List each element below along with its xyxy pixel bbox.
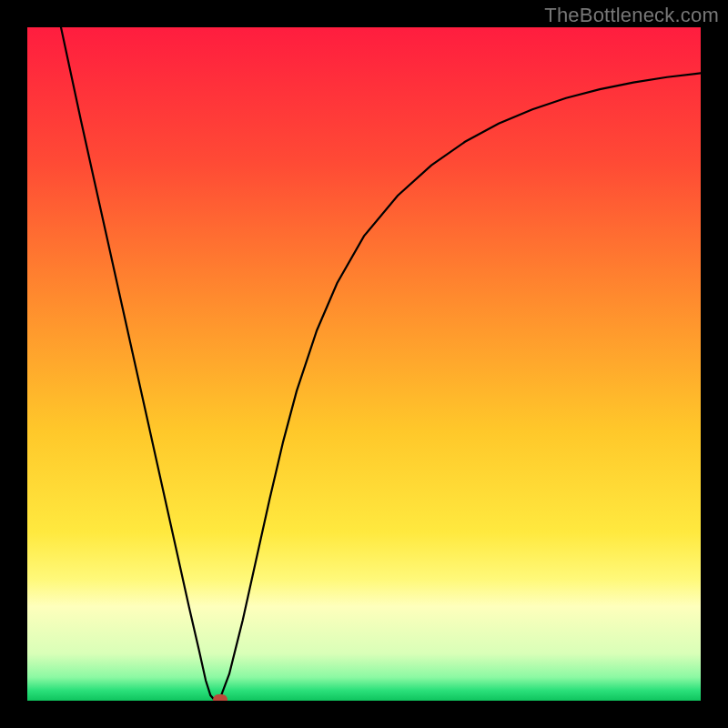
plot-area	[27, 27, 701, 701]
gradient-background	[27, 27, 701, 701]
optimal-point-marker	[213, 694, 228, 701]
chart-svg	[27, 27, 701, 701]
attribution-text: TheBottleneck.com	[544, 4, 719, 27]
